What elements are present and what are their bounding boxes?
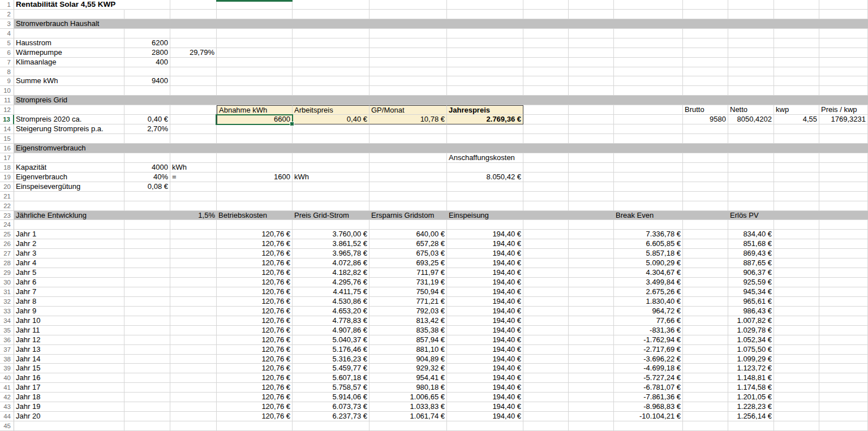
cell-I40[interactable] [569,373,614,383]
cell-L21[interactable] [728,192,774,201]
row-header-43[interactable]: 43 [0,402,14,412]
cell-L28[interactable]: 887,65 € [728,258,774,268]
row-header-4[interactable]: 4 [0,29,14,38]
cell-I13[interactable] [569,115,614,124]
cell-E18[interactable] [293,163,369,173]
cell-J29[interactable]: 4.304,67 € [614,268,683,278]
cell-K4[interactable] [683,29,728,38]
cell-G17[interactable]: Anschaffungskosten [447,153,523,163]
cell-E5[interactable] [293,38,369,48]
cell-M28[interactable] [774,258,819,268]
cell-N30[interactable] [819,278,868,287]
row-header-13[interactable]: 13 [0,115,14,124]
cell-D13[interactable]: 6600 [217,115,293,124]
cell-B19[interactable]: 40% [124,173,170,182]
cell-N5[interactable] [819,38,868,48]
cell-A4[interactable] [14,29,124,38]
cell-B20[interactable]: 0,08 € [124,182,170,192]
cell-J35[interactable]: -831,36 € [614,326,683,335]
cell-K36[interactable] [683,335,728,345]
cell-A31[interactable]: Jahr 7 [14,287,124,297]
cell-M34[interactable] [774,316,819,326]
cell-K42[interactable] [683,393,728,402]
cell-B27[interactable] [124,249,170,258]
cell-D24[interactable] [217,220,293,230]
cell-L43[interactable]: 1.228,23 € [728,402,774,412]
cell-G9[interactable] [447,76,523,86]
cell-H35[interactable] [523,326,569,335]
cell-B35[interactable] [124,326,170,335]
cell-C41[interactable] [170,383,217,393]
cell-D15[interactable] [217,134,293,144]
cell-C6[interactable]: 29,79% [170,48,217,58]
cell-L38[interactable]: 1.099,29 € [728,355,774,364]
cell-C12[interactable] [170,105,217,115]
cell-N39[interactable] [819,364,868,373]
cell-C32[interactable] [170,297,217,307]
cell-M42[interactable] [774,393,819,402]
cell-G4[interactable] [447,29,523,38]
cell-J18[interactable] [614,163,683,173]
fill-handle[interactable] [290,122,294,126]
cell-L42[interactable]: 1.201,05 € [728,393,774,402]
cell-G40[interactable]: 194,40 € [447,373,523,383]
cell-E30[interactable]: 4.295,76 € [293,278,369,287]
cell-I17[interactable] [569,153,614,163]
cell-N18[interactable] [819,163,868,173]
cell-B25[interactable] [124,230,170,239]
row-header-40[interactable]: 40 [0,373,14,383]
cell-A27[interactable]: Jahr 3 [14,249,124,258]
cell-B42[interactable] [124,393,170,402]
cell-C21[interactable] [170,192,217,201]
cell-H37[interactable] [523,345,569,355]
cell-I45[interactable] [569,421,614,431]
cell-C29[interactable] [170,268,217,278]
cell-F38[interactable]: 904,89 € [369,355,447,364]
cell-J39[interactable]: -4.699,18 € [614,364,683,373]
cell-K9[interactable] [683,76,728,86]
cell-B31[interactable] [124,287,170,297]
cell-B14[interactable]: 2,70% [124,124,170,134]
cell-B29[interactable] [124,268,170,278]
cell-C7[interactable] [170,58,217,67]
cell-I15[interactable] [569,134,614,144]
cell-D20[interactable] [217,182,293,192]
cell-A40[interactable]: Jahr 16 [14,373,124,383]
cell-C25[interactable] [170,230,217,239]
cell-C27[interactable] [170,249,217,258]
cell-G24[interactable] [447,220,523,230]
cell-A24[interactable] [14,220,124,230]
cell-I27[interactable] [569,249,614,258]
row-header-45[interactable]: 45 [0,421,14,431]
cell-B40[interactable] [124,373,170,383]
cell-B9[interactable]: 9400 [124,76,170,86]
cell-E32[interactable]: 4.530,86 € [293,297,369,307]
cell-F2[interactable] [369,10,447,19]
cell-E24[interactable] [293,220,369,230]
cell-B21[interactable] [124,192,170,201]
cell-J4[interactable] [614,29,683,38]
cell-H45[interactable] [523,421,569,431]
cell-K19[interactable] [683,173,728,182]
cell-M32[interactable] [774,297,819,307]
cell-K29[interactable] [683,268,728,278]
cell-G18[interactable] [447,163,523,173]
cell-A28[interactable]: Jahr 4 [14,258,124,268]
cell-N20[interactable] [819,182,868,192]
cell-K43[interactable] [683,402,728,412]
cell-B6[interactable]: 2800 [124,48,170,58]
cell-K27[interactable] [683,249,728,258]
cell-N26[interactable] [819,239,868,249]
cell-G15[interactable] [447,134,523,144]
row-header-27[interactable]: 27 [0,249,14,258]
cell-G19[interactable]: 8.050,42 € [447,173,523,182]
cell-G31[interactable]: 194,40 € [447,287,523,297]
cell-M33[interactable] [774,307,819,316]
cell-I36[interactable] [569,335,614,345]
cell-D22[interactable] [217,201,293,211]
row-header-6[interactable]: 6 [0,48,14,58]
cell-H17[interactable] [523,153,569,163]
cell-C2[interactable] [170,10,217,19]
cell-N37[interactable] [819,345,868,355]
cell-C43[interactable] [170,402,217,412]
